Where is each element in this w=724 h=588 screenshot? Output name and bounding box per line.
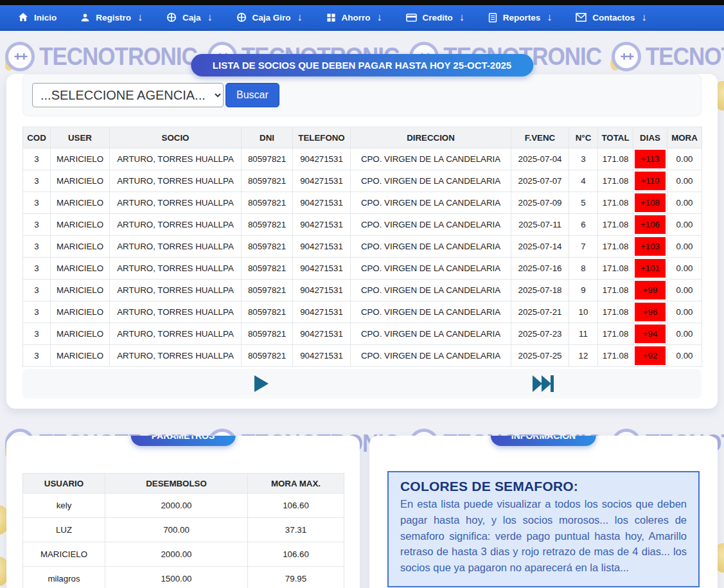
column-header: TOTAL [598, 127, 633, 148]
globe-icon [166, 12, 177, 22]
table-cell: +101 [633, 258, 667, 280]
header-row: USUARIODESEMBOLSOMORA MAX. [23, 474, 344, 494]
table-cell: 80597821 [242, 280, 293, 301]
socios-table-body: 3MARICIELOARTURO, TORRES HUALLPA80597821… [23, 148, 702, 367]
nav-item-label: Credito [423, 13, 453, 22]
nav-item-reportes[interactable]: Reportes↓ [488, 12, 552, 23]
table-cell: 3 [23, 345, 51, 367]
table-cell: LUZ [23, 518, 105, 542]
table-cell: 904271531 [293, 236, 351, 258]
table-cell: milagros [23, 567, 105, 588]
table-cell: 3 [569, 148, 598, 170]
dias-overdue-badge: +113 [635, 150, 666, 168]
table-cell: 3 [23, 192, 51, 214]
dropdown-arrow-icon: ↓ [137, 12, 143, 23]
table-cell: MARICIELO [51, 280, 110, 301]
table-cell: 3 [23, 214, 51, 236]
table-cell: 0.00 [667, 170, 702, 192]
nav-item-caja[interactable]: Caja↓ [166, 12, 213, 23]
column-header: USER [51, 127, 110, 148]
table-cell: 79.95 [248, 567, 344, 588]
nav-item-caja-giro[interactable]: Caja Giro↓ [236, 12, 303, 23]
table-cell: CPO. VIRGEN DE LA CANDELARIA [351, 280, 511, 301]
parametros-table-head: USUARIODESEMBOLSOMORA MAX. [23, 474, 344, 494]
table-cell: 0.00 [667, 301, 702, 323]
table-cell: 106.60 [248, 494, 344, 518]
grid-icon [326, 13, 336, 22]
nav-item-ahorro[interactable]: Ahorro↓ [326, 12, 382, 23]
table-cell: 12 [569, 345, 598, 367]
globe-icon [236, 12, 247, 22]
table-cell: 700.00 [105, 518, 248, 542]
semaforo-info-box: COLORES DE SEMAFORO: En esta lista puede… [387, 471, 700, 587]
table-cell: 904271531 [293, 301, 351, 323]
nav-item-label: Inicio [34, 13, 57, 22]
table-cell: ARTURO, TORRES HUALLPA [110, 170, 242, 192]
tecnotronic-logo-icon: ++ [5, 42, 35, 71]
table-cell: 8 [569, 258, 598, 280]
table-cell: 80597821 [242, 148, 293, 170]
buscar-button[interactable]: Buscar [225, 83, 279, 107]
report-icon [488, 13, 497, 22]
table-cell: 9 [569, 280, 598, 301]
table-cell: +99 [633, 280, 667, 301]
table-cell: ARTURO, TORRES HUALLPA [110, 148, 242, 170]
table-cell: MARICIELO [51, 323, 110, 345]
nav-item-contactos[interactable]: Contactos↓ [576, 12, 646, 23]
table-cell: 0.00 [667, 280, 702, 301]
nav-item-label: Registro [96, 13, 131, 22]
column-header: SOCIO [110, 127, 242, 148]
watermark-text: TECNOTRONIC [646, 42, 724, 71]
nav-item-credito[interactable]: Credito↓ [406, 12, 464, 23]
table-cell: 904271531 [293, 345, 351, 367]
table-cell: 2025-07-14 [511, 236, 569, 258]
table-cell: ARTURO, TORRES HUALLPA [110, 214, 242, 236]
dias-overdue-badge: +103 [635, 237, 666, 256]
last-page-icon[interactable] [532, 374, 555, 396]
nav-item-inicio[interactable]: Inicio [18, 12, 57, 22]
dropdown-arrow-icon: ↓ [377, 12, 382, 23]
informacion-card: INFORMACION COLORES DE SEMAFORO: En esta… [369, 436, 718, 588]
table-cell: ARTURO, TORRES HUALLPA [110, 280, 242, 301]
table-cell: 171.08 [598, 301, 633, 323]
table-cell: 904271531 [293, 170, 351, 192]
nav-item-registro[interactable]: Registro↓ [80, 12, 143, 23]
parametros-title: PARAMETROS [131, 436, 236, 446]
column-header: DIRECCION [351, 127, 511, 148]
table-cell: 3 [23, 280, 51, 301]
socios-table: CODUSERSOCIODNITELEFONODIRECCIONF.VENCN°… [22, 127, 702, 367]
table-cell: 0.00 [667, 236, 702, 258]
next-page-icon[interactable] [253, 374, 270, 396]
table-cell: 37.31 [248, 518, 344, 542]
table-row: MARICIELO2000.00106.60 [23, 542, 344, 567]
table-cell: 904271531 [293, 280, 351, 301]
column-header: DESEMBOLSO [105, 474, 248, 494]
table-row: 3MARICIELOARTURO, TORRES HUALLPA80597821… [23, 301, 702, 323]
table-cell: 80597821 [242, 345, 293, 367]
table-cell: 0.00 [667, 214, 702, 236]
parametros-table: USUARIODESEMBOLSOMORA MAX. kely2000.0010… [22, 473, 344, 588]
dropdown-arrow-icon: ↓ [207, 12, 213, 23]
table-cell: 3 [23, 170, 51, 192]
table-row: 3MARICIELOARTURO, TORRES HUALLPA80597821… [23, 345, 702, 367]
table-cell: CPO. VIRGEN DE LA CANDELARIA [351, 192, 511, 214]
table-cell: ARTURO, TORRES HUALLPA [110, 192, 242, 214]
table-cell: CPO. VIRGEN DE LA CANDELARIA [351, 301, 511, 323]
table-cell: 0.00 [667, 345, 702, 367]
dias-overdue-badge: +96 [635, 303, 666, 321]
nav-item-label: Ahorro [342, 13, 371, 22]
table-row: LUZ700.0037.31 [23, 518, 344, 542]
agency-select[interactable]: ...SELECCIONE AGENCIA... [32, 83, 224, 107]
table-cell: MARICIELO [51, 236, 110, 258]
table-cell: 0.00 [667, 323, 702, 345]
dropdown-arrow-icon: ↓ [297, 12, 303, 23]
table-cell: 2025-07-16 [511, 258, 569, 280]
column-header: F.VENC [511, 127, 569, 148]
table-cell: 171.08 [598, 148, 633, 170]
table-cell: 1500.00 [105, 567, 248, 588]
table-cell: 10 [569, 301, 598, 323]
table-cell: +94 [633, 323, 667, 345]
page-title: LISTA DE SOCIOS QUE DEBEN PAGAR HASTA HO… [191, 54, 533, 76]
table-cell: 2000.00 [105, 542, 248, 567]
table-cell: 0.00 [667, 258, 702, 280]
